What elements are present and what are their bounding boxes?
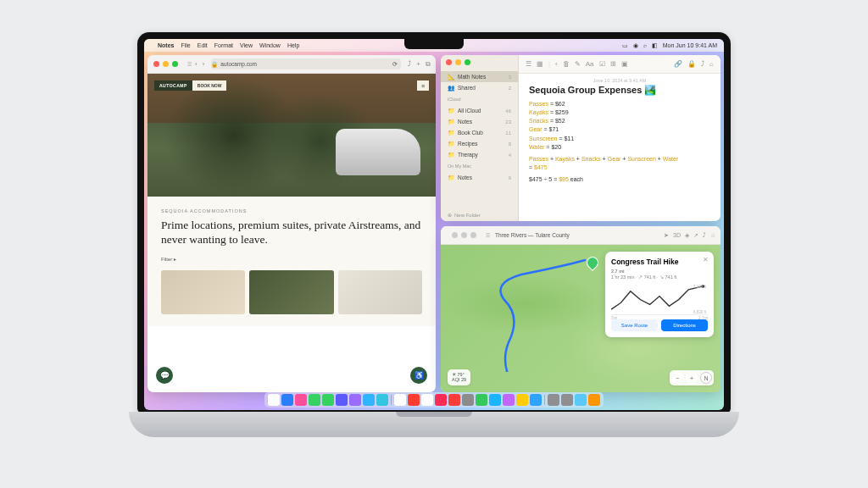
dock-app-icon[interactable] [309, 394, 320, 406]
share-icon[interactable]: ⤴ [408, 60, 411, 69]
menu-file[interactable]: File [181, 42, 190, 48]
book-now-button[interactable]: BOOK NOW [192, 80, 227, 91]
sidebar-toggle-icon[interactable]: ☰ [187, 61, 192, 67]
map-canvas[interactable]: ✕ Congress Trail Hike 2.7 mi 1 hr 23 min… [441, 245, 721, 392]
battery-icon[interactable]: ▭ [622, 42, 628, 49]
new-folder-button[interactable]: ⊕New Folder [441, 208, 518, 221]
dock-app-icon[interactable] [408, 394, 420, 406]
thumbnail[interactable] [338, 270, 422, 314]
dock-app-icon[interactable] [516, 394, 528, 406]
dock-app-icon[interactable] [476, 394, 487, 406]
back-icon[interactable]: ‹ [195, 60, 198, 68]
folder-shared[interactable]: 👥Shared2 [441, 82, 518, 93]
dock-app-icon[interactable] [530, 394, 542, 406]
folder-recipes[interactable]: 📁Recipes8 [441, 138, 518, 149]
menu-help[interactable]: Help [287, 42, 299, 48]
weather-badge[interactable]: ☀ 79°AQI 29 [448, 369, 470, 385]
share-icon[interactable]: ⤴ [701, 60, 704, 68]
menu-window[interactable]: Window [259, 42, 281, 48]
dock-app-icon[interactable] [376, 394, 388, 406]
folder-book-club[interactable]: 📁Book Club11 [441, 127, 518, 138]
section-header: On My Mac [441, 162, 518, 170]
media-icon[interactable]: ▣ [621, 60, 628, 68]
dock-app-icon[interactable] [489, 394, 501, 406]
dock-app-icon[interactable] [349, 394, 361, 406]
table-icon[interactable]: ⊞ [610, 60, 616, 68]
filter-link[interactable]: Filter ▸ [161, 256, 422, 262]
hike-descent: ↘ 741 ft [659, 274, 676, 280]
dock-app-icon[interactable] [448, 394, 460, 406]
forward-icon[interactable]: › [203, 60, 205, 68]
hamburger-icon[interactable]: ≡ [417, 80, 429, 91]
chat-fab-icon[interactable]: 💬 [156, 367, 173, 384]
folder-math-notes[interactable]: 📐Math Notes3 [441, 71, 518, 82]
dock-app-icon[interactable] [394, 394, 406, 406]
url-bar[interactable]: 🔒autocamp.com⟳ [211, 58, 401, 69]
menu-format[interactable]: Format [214, 42, 233, 48]
math-icon: 📐 [448, 74, 454, 80]
brand-badge: AUTOCAMP [154, 80, 192, 91]
dock-app-icon[interactable] [322, 394, 334, 406]
layers-icon[interactable]: ◈ [685, 232, 689, 239]
note-percapita: $475 ÷ 5 = $95 each [529, 175, 710, 184]
window-controls[interactable] [147, 57, 184, 71]
dock-app-icon[interactable] [548, 394, 559, 406]
thumbnail[interactable] [161, 270, 245, 314]
sidebar-icon[interactable]: ☰ [486, 232, 490, 238]
dock-app-icon[interactable] [588, 394, 600, 406]
tabs-icon[interactable]: ⧉ [426, 60, 431, 69]
folder-icon: 📁 [448, 130, 454, 136]
view-3d-icon[interactable]: 3D [673, 232, 681, 239]
link-icon[interactable]: 🔗 [674, 60, 682, 68]
dock-app-icon[interactable] [421, 394, 433, 406]
dock-app-icon[interactable] [462, 394, 474, 406]
search-icon[interactable]: ⌕ [709, 60, 714, 68]
dock-app-icon[interactable] [435, 394, 447, 406]
zoom-out-icon[interactable]: − [671, 372, 683, 384]
route-icon[interactable]: ↗ [693, 232, 698, 239]
share-icon[interactable]: ⤴ [703, 232, 706, 239]
trash-icon[interactable]: 🗑 [563, 60, 570, 68]
compass-icon[interactable]: N [700, 372, 712, 384]
folder-all-icloud[interactable]: 📁All iCloud46 [441, 105, 518, 116]
location-icon[interactable]: ➤ [664, 232, 669, 239]
dock-app-icon[interactable] [268, 394, 280, 406]
format-icon[interactable]: Aa [586, 60, 594, 68]
dock-app-icon[interactable] [281, 394, 293, 406]
checklist-icon[interactable]: ☑ [599, 60, 605, 68]
control-center-icon[interactable]: ◧ [652, 42, 658, 49]
accessibility-fab-icon[interactable]: ♿ [410, 367, 427, 384]
directions-button[interactable]: Directions [661, 319, 708, 331]
menubar-datetime[interactable]: Mon Jun 10 9:41 AM [663, 42, 717, 48]
menu-view[interactable]: View [240, 42, 253, 48]
dock-app-icon[interactable] [561, 394, 573, 406]
dock-app-icon[interactable] [336, 394, 348, 406]
compose-icon[interactable]: ✎ [575, 60, 581, 68]
wifi-icon[interactable]: ◉ [633, 42, 638, 49]
window-controls[interactable] [441, 55, 518, 69]
dock-app-icon[interactable] [575, 394, 587, 406]
new-tab-icon[interactable]: + [416, 60, 420, 69]
reload-icon[interactable]: ⟳ [392, 61, 401, 68]
zoom-in-icon[interactable]: + [686, 372, 698, 384]
folder-local-notes[interactable]: 📁Notes9 [441, 172, 518, 183]
maps-location[interactable]: Three Rivers — Tulare County [493, 232, 660, 238]
lock-icon[interactable]: 🔒 [687, 60, 696, 68]
dock-app-icon[interactable] [295, 394, 307, 406]
dock-app-icon[interactable] [503, 394, 515, 406]
folder-notes[interactable]: 📁Notes23 [441, 116, 518, 127]
menubar-app[interactable]: Notes [158, 42, 174, 48]
back-icon[interactable]: ‹ [555, 60, 558, 68]
folder-therapy[interactable]: 📁Therapy4 [441, 149, 518, 160]
menu-edit[interactable]: Edit [198, 42, 208, 48]
list-view-icon[interactable]: ☰ [526, 60, 531, 68]
gallery-view-icon[interactable]: ▦ [537, 60, 543, 68]
note-content[interactable]: June 10, 2024 at 9:41 AM Sequoia Group E… [519, 74, 721, 221]
close-icon[interactable]: ✕ [703, 256, 709, 263]
dock-app-icon[interactable] [363, 394, 375, 406]
search-icon[interactable]: ⌕ [643, 42, 647, 48]
bookmark-icon[interactable]: ☆ [710, 232, 715, 239]
thumbnail[interactable] [249, 270, 333, 314]
window-controls[interactable] [446, 228, 482, 242]
save-route-button[interactable]: Save Route [611, 319, 658, 331]
